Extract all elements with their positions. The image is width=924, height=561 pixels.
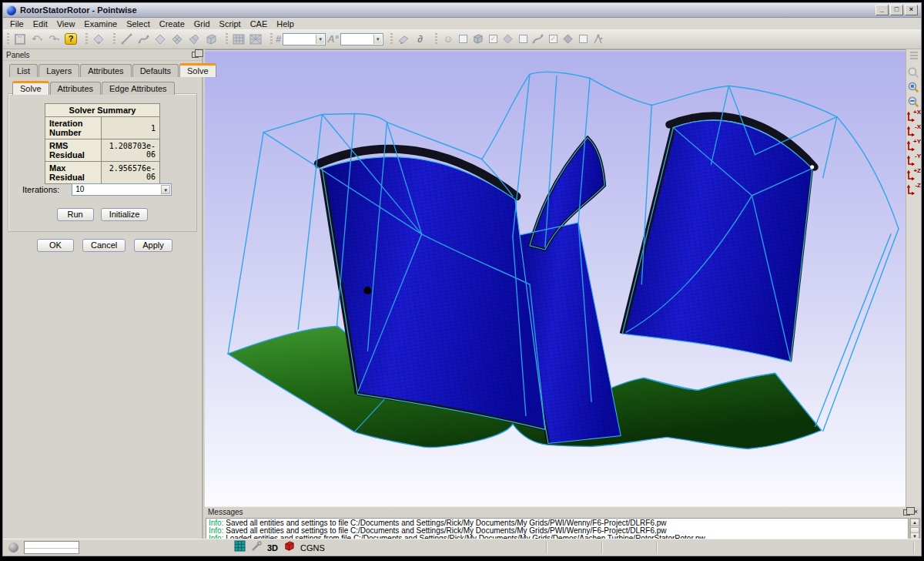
menu-bar: File Edit View Examine Select Create Gri… — [3, 18, 921, 29]
blocks-checkbox[interactable]: ✓ — [489, 35, 497, 43]
statusbar-divider — [601, 542, 603, 553]
menu-script[interactable]: Script — [215, 19, 246, 29]
show-blocks-icon[interactable] — [470, 32, 486, 47]
messages-header[interactable]: Messages × — [205, 507, 921, 517]
menu-grid[interactable]: Grid — [189, 19, 215, 29]
create-block-icon[interactable] — [203, 32, 219, 47]
panels-dock: Panels List Layers Attributes Defaults S… — [3, 49, 203, 539]
create-line-icon[interactable] — [119, 32, 134, 47]
view-plus-z-button[interactable]: +Z — [906, 168, 921, 183]
statusbar-divider — [546, 542, 547, 553]
show-mask-icon[interactable]: ☺ — [440, 32, 456, 47]
create-surface-icon[interactable] — [152, 32, 168, 47]
view-minus-x-button[interactable]: -X — [906, 124, 921, 139]
connectors-checkbox[interactable]: ✓ — [549, 35, 557, 43]
database-checkbox[interactable] — [579, 35, 588, 43]
show-spacings-icon[interactable] — [591, 32, 606, 47]
dimension-combobox[interactable]: ▼ — [283, 33, 326, 45]
viewport-canvas[interactable] — [205, 50, 907, 508]
cae-format-badge: CGNS — [300, 543, 325, 553]
maximize-button[interactable]: □ — [890, 5, 903, 15]
help-icon[interactable]: ? — [63, 32, 79, 47]
iterations-dropdown-arrow[interactable]: ▼ — [161, 185, 170, 194]
view-plus-y-button[interactable]: +Y — [906, 139, 921, 153]
partial-derivative-icon[interactable]: ∂ — [413, 32, 428, 47]
solver-summary-table: Solver Summary Iteration Number 1 RMS Re… — [45, 103, 160, 184]
minimize-button[interactable]: _ — [875, 5, 889, 15]
panels-dock-header[interactable]: Panels — [3, 49, 202, 61]
apply-button[interactable]: Apply — [134, 239, 172, 252]
mask-checkbox[interactable] — [459, 35, 467, 43]
menu-file[interactable]: File — [5, 19, 28, 29]
view-plus-x-button[interactable]: +X — [906, 109, 921, 124]
subtab-edge-attributes[interactable]: Edge Attributes — [102, 82, 175, 95]
table-row: Max Residual 2.956576e-06 — [45, 162, 160, 184]
tab-solve[interactable]: Solve — [179, 63, 216, 77]
dimension-badge: 3D — [267, 543, 278, 553]
solver-summary-title: Solver Summary — [45, 104, 160, 117]
selected-point-marker[interactable] — [363, 287, 371, 294]
svg-text:+: + — [97, 39, 101, 45]
pointwise-globe-icon — [6, 5, 16, 15]
dimension-dropdown-arrow[interactable]: ▼ — [316, 35, 324, 44]
cancel-button[interactable]: Cancel — [82, 239, 126, 252]
panels-dock-title: Panels — [6, 51, 30, 59]
menu-select[interactable]: Select — [122, 19, 155, 29]
subtab-attributes[interactable]: Attributes — [50, 82, 101, 95]
view-minus-z-button[interactable]: -Z — [906, 183, 921, 197]
close-button[interactable]: × — [905, 5, 918, 15]
structured-grid-icon[interactable] — [231, 32, 246, 47]
float-messages-icon[interactable] — [903, 509, 910, 516]
messages-panel: Messages × Info: Saved all entities and … — [205, 507, 921, 543]
create-curve-icon[interactable] — [136, 32, 151, 47]
menu-examine[interactable]: Examine — [79, 19, 122, 29]
subtab-solve[interactable]: Solve — [12, 81, 49, 95]
tab-defaults[interactable]: Defaults — [132, 64, 179, 77]
unstructured-grid-icon[interactable] — [248, 32, 263, 47]
spacing-combobox[interactable]: ▼ — [340, 33, 383, 45]
show-domains-icon[interactable] — [500, 32, 516, 47]
statusbar-divider — [913, 542, 915, 553]
create-domain-icon[interactable] — [169, 32, 185, 47]
viewport-3d[interactable] — [205, 49, 907, 507]
zoom-icon[interactable] — [906, 66, 921, 80]
show-database-icon[interactable] — [561, 32, 576, 47]
cae-cube-icon — [283, 540, 295, 555]
save-icon[interactable] — [12, 32, 28, 47]
iterations-combobox[interactable]: 10 ▼ — [72, 183, 172, 196]
menu-help[interactable]: Help — [272, 19, 299, 29]
title-bar[interactable]: RotorStatorRotor - Pointwise _ □ × — [3, 3, 921, 18]
messages-title: Messages — [208, 508, 243, 516]
initialize-button[interactable]: Initialize — [101, 208, 149, 221]
zoom-box-icon[interactable] — [906, 80, 921, 95]
project-icon[interactable] — [396, 32, 411, 47]
redo-icon[interactable]: ↷▾ — [46, 32, 62, 47]
menu-view[interactable]: View — [52, 19, 80, 29]
view-minus-y-button[interactable]: -Y — [906, 153, 921, 168]
table-row: RMS Residual 1.208703e-06 — [45, 139, 160, 162]
run-button[interactable]: Run — [57, 208, 94, 221]
tab-list[interactable]: List — [9, 64, 38, 77]
progress-field — [24, 541, 79, 554]
spacing-dropdown-arrow[interactable]: ▼ — [373, 35, 382, 44]
messages-scrollbar[interactable]: ▲ ▼ — [909, 518, 920, 541]
tab-attributes[interactable]: Attributes — [80, 64, 131, 77]
menu-edit[interactable]: Edit — [28, 19, 52, 29]
float-panel-icon[interactable] — [192, 52, 199, 58]
ok-button[interactable]: OK — [37, 239, 74, 252]
domains-checkbox[interactable] — [519, 35, 527, 43]
show-connectors-icon[interactable] — [531, 32, 546, 47]
toolbar-drag-handle[interactable] — [910, 52, 918, 59]
create-extrude-icon[interactable] — [186, 32, 202, 47]
scroll-up-arrow[interactable]: ▲ — [910, 519, 919, 526]
probe-tool-icon — [251, 541, 262, 555]
undo-icon[interactable]: ↶▾ — [29, 32, 45, 47]
menu-create[interactable]: Create — [155, 19, 189, 29]
create-point-icon[interactable]: + — [91, 32, 106, 47]
messages-log[interactable]: Info: Saved all entities and settings to… — [206, 518, 909, 541]
menu-cae[interactable]: CAE — [246, 19, 273, 29]
tab-layers[interactable]: Layers — [38, 64, 79, 77]
table-row: Iteration Number 1 — [45, 117, 160, 139]
zoom-out-icon[interactable] — [906, 95, 921, 109]
dimension-icon: # — [276, 33, 281, 45]
